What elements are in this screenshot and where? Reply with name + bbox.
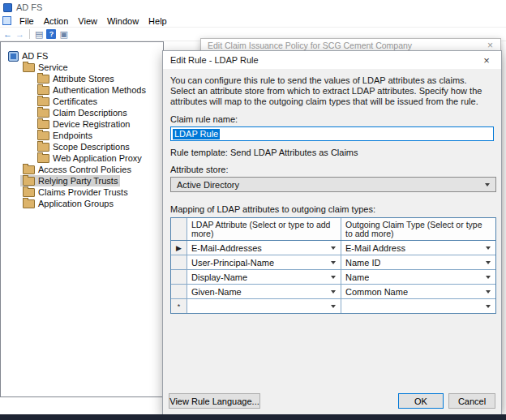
chevron-down-icon[interactable] xyxy=(486,305,491,308)
forward-icon[interactable]: → xyxy=(15,28,24,40)
tree-item-box[interactable]: Service xyxy=(20,62,71,73)
mapping-row: User-Principal-NameName ID xyxy=(171,255,495,270)
chevron-down-icon[interactable] xyxy=(486,276,491,279)
attribute-store-label: Attribute store: xyxy=(170,165,494,174)
tree-item-device-registration[interactable]: Device Registration xyxy=(1,118,163,130)
tree-item-certificates[interactable]: Certificates xyxy=(1,96,163,107)
tree-item-box[interactable]: Scope Descriptions xyxy=(35,141,132,152)
chevron-down-icon[interactable] xyxy=(486,246,491,250)
row-marker xyxy=(171,285,187,298)
cancel-button[interactable]: Cancel xyxy=(448,393,495,409)
menu-action[interactable]: Action xyxy=(39,16,74,26)
chevron-down-icon[interactable] xyxy=(331,290,336,294)
menu-help[interactable]: Help xyxy=(144,16,172,26)
tree-item-box[interactable]: Application Groups xyxy=(20,198,116,209)
ldap-attribute-combo[interactable] xyxy=(187,299,341,313)
claim-rule-name-input[interactable]: LDAP Rule xyxy=(170,126,494,141)
tree-item-box[interactable]: Claims Provider Trusts xyxy=(20,186,131,198)
adfs-app-icon xyxy=(3,3,12,12)
folder-icon xyxy=(37,154,49,163)
tree-item-box[interactable]: Authentication Methods xyxy=(35,84,148,96)
ldap-attribute-combo[interactable]: User-Principal-Name xyxy=(187,255,341,269)
tree-item-label: Relying Party Trusts xyxy=(38,176,118,186)
chevron-down-icon[interactable] xyxy=(331,305,336,308)
tree-item-endpoints[interactable]: Endpoints xyxy=(1,130,163,141)
window-icon[interactable]: ▣ xyxy=(59,28,67,40)
tree-item-relying-party-trusts[interactable]: Relying Party Trusts xyxy=(1,175,163,186)
outgoing-claim-combo[interactable]: Name ID xyxy=(341,255,495,269)
folder-icon xyxy=(37,75,49,84)
tree-item-box[interactable]: Attribute Stores xyxy=(35,73,117,84)
folder-icon xyxy=(37,109,49,118)
marker-header-cell xyxy=(171,218,187,240)
chevron-down-icon[interactable] xyxy=(486,290,491,294)
outgoing-claim-combo[interactable]: Name xyxy=(341,270,495,284)
ldap-attribute-combo[interactable]: E-Mail-Addresses xyxy=(187,241,341,255)
tree-item-application-groups[interactable]: Application Groups xyxy=(1,198,163,209)
chevron-down-icon[interactable] xyxy=(486,261,491,264)
tree-item-scope-descriptions[interactable]: Scope Descriptions xyxy=(1,141,163,152)
attribute-store-select[interactable]: Active Directory xyxy=(170,177,496,192)
back-icon[interactable]: ← xyxy=(3,28,12,40)
outgoing-claim-header: Outgoing Claim Type (Select or type to a… xyxy=(341,218,495,240)
tree-item-claims-provider-trusts[interactable]: Claims Provider Trusts xyxy=(1,186,163,198)
row-marker xyxy=(171,255,187,269)
ldap-attribute-combo[interactable]: Given-Name xyxy=(187,285,341,298)
help-icon[interactable]: ? xyxy=(46,29,56,39)
row-marker xyxy=(171,270,187,284)
folder-icon xyxy=(23,199,35,208)
combo-value: Name ID xyxy=(345,258,380,268)
tree-item-label: Device Registration xyxy=(53,119,130,129)
combo-value: Given-Name xyxy=(191,287,242,297)
tree-item-service[interactable]: Service xyxy=(1,62,163,73)
tree-item-box[interactable]: Claim Descriptions xyxy=(35,107,130,118)
close-icon[interactable]: × xyxy=(485,40,495,51)
close-icon[interactable]: × xyxy=(475,54,498,66)
tree-item-box[interactable]: Device Registration xyxy=(35,118,132,130)
ok-button[interactable]: OK xyxy=(398,393,444,409)
folder-icon xyxy=(37,143,49,152)
rule-template-text: Rule template: Send LDAP Attributes as C… xyxy=(170,148,494,157)
claim-rule-name-value: LDAP Rule xyxy=(173,129,220,139)
mapping-row: ▶E-Mail-AddressesE-Mail Address xyxy=(171,241,495,255)
combo-value: E-Mail-Addresses xyxy=(191,243,262,253)
folder-icon xyxy=(37,120,49,129)
tree-item-label: Endpoints xyxy=(53,131,92,140)
chevron-down-icon[interactable] xyxy=(331,276,336,279)
tree-item-attribute-stores[interactable]: Attribute Stores xyxy=(1,73,163,84)
tree-item-box[interactable]: Web Application Proxy xyxy=(35,152,144,164)
dialog-titlebar: Edit Rule - LDAP Rule × xyxy=(163,51,501,69)
tree-item-web-application-proxy[interactable]: Web Application Proxy xyxy=(1,152,163,164)
tree-item-label: Web Application Proxy xyxy=(53,153,142,163)
outgoing-claim-combo[interactable]: Common Name xyxy=(341,285,495,298)
tree-item-access-control-policies[interactable]: Access Control Policies xyxy=(1,164,163,175)
tree-item-authentication-methods[interactable]: Authentication Methods xyxy=(1,84,163,96)
view-rule-language-button[interactable]: View Rule Language... xyxy=(169,393,260,409)
tree-item-box[interactable]: Certificates xyxy=(35,96,100,107)
tree-item-ad-fs[interactable]: AD FS xyxy=(1,50,163,62)
menu-window[interactable]: Window xyxy=(102,16,144,26)
tree-item-label: Claim Descriptions xyxy=(53,108,127,118)
tree-item-box[interactable]: Relying Party Trusts xyxy=(20,175,120,186)
tree: AD FSServiceAttribute StoresAuthenticati… xyxy=(1,42,163,209)
outgoing-claim-combo[interactable]: E-Mail Address xyxy=(341,241,495,255)
mapping-grid: LDAP Attribute (Select or type to add mo… xyxy=(170,217,496,314)
outgoing-claim-combo[interactable] xyxy=(341,299,495,313)
combo-value: Name xyxy=(345,272,369,282)
chevron-down-icon[interactable] xyxy=(331,246,336,250)
combo-value: E-Mail Address xyxy=(345,243,405,253)
menu-view[interactable]: View xyxy=(73,16,102,26)
tree-item-box[interactable]: Access Control Policies xyxy=(20,164,134,175)
folder-icon xyxy=(37,86,49,95)
mapping-row: Given-NameCommon Name xyxy=(171,285,495,299)
dialog-title: Edit Claim Issuance Policy for SCG Cemen… xyxy=(208,41,485,50)
tree-item-claim-descriptions[interactable]: Claim Descriptions xyxy=(1,107,163,118)
folder-icon xyxy=(37,131,49,140)
chevron-down-icon[interactable] xyxy=(331,261,336,264)
menu-file[interactable]: File xyxy=(15,16,39,26)
ldap-attribute-combo[interactable]: Display-Name xyxy=(187,270,341,284)
folder-icon xyxy=(23,188,35,197)
tree-item-box[interactable]: Endpoints xyxy=(35,130,95,141)
show-tree-icon[interactable]: ▤ xyxy=(35,28,43,40)
tree-item-box[interactable]: AD FS xyxy=(6,50,50,62)
